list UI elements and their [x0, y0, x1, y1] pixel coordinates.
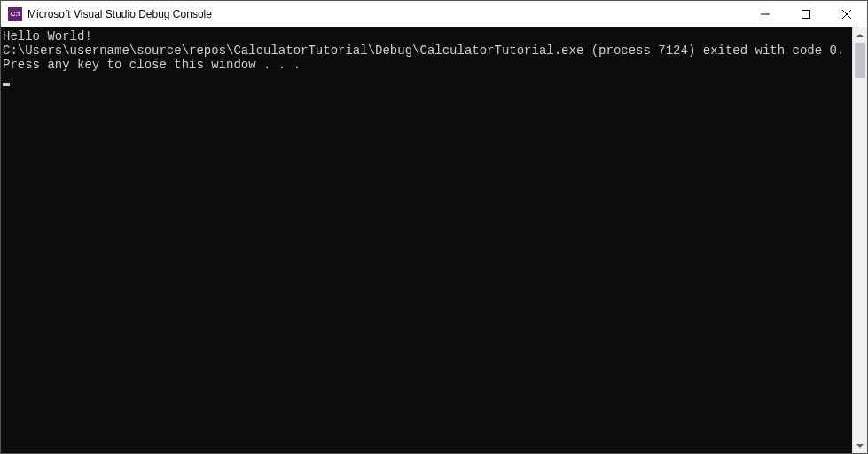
- chevron-up-icon: [856, 34, 864, 37]
- window-controls: [745, 1, 867, 27]
- scroll-down-button[interactable]: [853, 438, 867, 453]
- scroll-up-button[interactable]: [853, 27, 867, 43]
- scroll-thumb[interactable]: [855, 43, 865, 78]
- close-button[interactable]: [826, 1, 867, 27]
- console-line: Press any key to close this window . . .: [3, 58, 850, 72]
- console-line: C:\Users\username\source\repos\Calculato…: [3, 43, 850, 58]
- svg-rect-1: [802, 10, 810, 18]
- minimize-button[interactable]: [745, 1, 786, 27]
- close-icon: [842, 10, 851, 19]
- window-title: Microsoft Visual Studio Debug Console: [27, 8, 745, 20]
- console-line: Hello World!: [3, 29, 850, 43]
- svg-marker-4: [856, 34, 864, 37]
- chevron-down-icon: [856, 444, 864, 448]
- vertical-scrollbar[interactable]: [852, 27, 867, 453]
- window-titlebar: C:\ Microsoft Visual Studio Debug Consol…: [1, 1, 867, 27]
- scroll-track[interactable]: [853, 43, 867, 438]
- svg-marker-5: [856, 444, 864, 448]
- minimize-icon: [761, 10, 770, 19]
- content-area: Hello World!C:\Users\username\source\rep…: [1, 27, 867, 453]
- maximize-icon: [802, 10, 810, 19]
- app-icon: C:\: [8, 7, 22, 21]
- maximize-button[interactable]: [786, 1, 826, 27]
- console-output[interactable]: Hello World!C:\Users\username\source\rep…: [1, 27, 852, 453]
- cursor: [3, 83, 10, 86]
